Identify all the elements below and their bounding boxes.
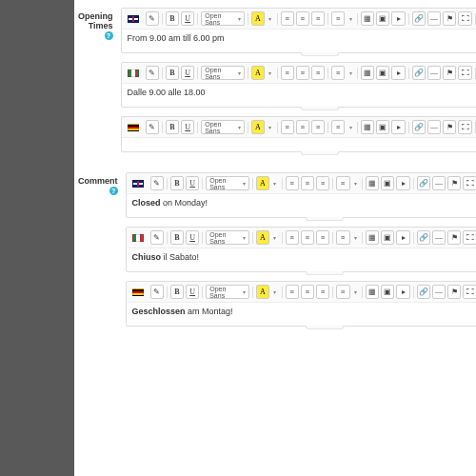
video-button[interactable]: ▸ (396, 285, 409, 299)
video-button[interactable]: ▸ (391, 11, 405, 26)
anchor-button[interactable]: ⚑ (447, 176, 461, 190)
link-button[interactable]: 🔗 (412, 66, 426, 80)
highlight-caret[interactable]: ▾ (271, 285, 279, 299)
editor-content[interactable]: Geschlossen am Montag! (127, 303, 476, 326)
dl-button[interactable]: ≡ (316, 176, 329, 190)
underline-button[interactable]: U (181, 120, 194, 134)
edit-source-button[interactable]: ✎ (146, 66, 159, 80)
ul-button[interactable]: ≡ (281, 66, 294, 80)
link-button[interactable]: 🔗 (412, 120, 426, 134)
underline-button[interactable]: U (181, 11, 194, 26)
resize-handle[interactable] (301, 52, 339, 56)
link-button[interactable]: 🔗 (417, 230, 430, 245)
resize-handle[interactable] (301, 151, 339, 155)
image-button[interactable]: ▣ (381, 285, 394, 299)
anchor-button[interactable]: ⚑ (447, 230, 461, 245)
highlight-button[interactable]: A (256, 285, 269, 299)
edit-source-button[interactable]: ✎ (146, 120, 159, 134)
hr-button[interactable]: — (432, 285, 446, 299)
bold-button[interactable]: B (170, 176, 184, 190)
table-button[interactable]: ▦ (361, 11, 374, 26)
align-caret[interactable]: ▾ (352, 176, 360, 190)
resize-handle[interactable] (306, 271, 344, 275)
table-button[interactable]: ▦ (366, 176, 379, 190)
align-button[interactable]: ≡ (331, 120, 345, 134)
edit-source-button[interactable]: ✎ (150, 230, 164, 245)
ol-button[interactable]: ≡ (296, 120, 309, 134)
dl-button[interactable]: ≡ (311, 120, 325, 134)
bold-button[interactable]: B (170, 230, 184, 245)
underline-button[interactable]: U (186, 176, 199, 190)
highlight-caret[interactable]: ▾ (267, 66, 274, 80)
align-button[interactable]: ≡ (336, 285, 349, 299)
font-select[interactable]: Open Sans ▾ (201, 120, 245, 134)
image-button[interactable]: ▣ (381, 176, 394, 190)
dl-button[interactable]: ≡ (316, 230, 329, 245)
hr-button[interactable]: — (432, 230, 446, 245)
language-flag-gb[interactable] (127, 15, 141, 23)
resize-handle[interactable] (301, 107, 339, 110)
anchor-button[interactable]: ⚑ (443, 11, 456, 26)
align-button[interactable]: ≡ (331, 66, 345, 80)
highlight-caret[interactable]: ▾ (267, 120, 274, 134)
ol-button[interactable]: ≡ (296, 11, 309, 26)
image-button[interactable]: ▣ (376, 120, 389, 134)
link-button[interactable]: 🔗 (417, 176, 430, 190)
fullscreen-button[interactable]: ⛶ (463, 176, 476, 190)
editor-content[interactable]: From 9.00 am till 6.00 pm (122, 30, 477, 52)
resize-handle[interactable] (306, 217, 344, 221)
align-caret[interactable]: ▾ (347, 120, 354, 134)
fullscreen-button[interactable]: ⛶ (463, 230, 476, 245)
video-button[interactable]: ▸ (396, 176, 409, 190)
editor-content[interactable]: Dalle 9.00 alle 18.00 (122, 84, 477, 107)
anchor-button[interactable]: ⚑ (447, 285, 461, 299)
align-caret[interactable]: ▾ (352, 285, 360, 299)
language-flag-it[interactable] (127, 69, 141, 77)
video-button[interactable]: ▸ (396, 230, 409, 245)
bold-button[interactable]: B (166, 120, 179, 134)
fullscreen-button[interactable]: ⛶ (463, 285, 476, 299)
resize-handle[interactable] (306, 326, 344, 329)
align-button[interactable]: ≡ (336, 230, 349, 245)
ol-button[interactable]: ≡ (301, 285, 314, 299)
table-button[interactable]: ▦ (366, 285, 379, 299)
hr-button[interactable]: — (432, 176, 446, 190)
video-button[interactable]: ▸ (391, 66, 405, 80)
align-button[interactable]: ≡ (331, 11, 345, 26)
language-flag-it[interactable] (131, 234, 146, 242)
highlight-caret[interactable]: ▾ (271, 230, 279, 245)
bold-button[interactable]: B (166, 11, 179, 26)
hr-button[interactable]: — (427, 66, 441, 80)
dl-button[interactable]: ≡ (311, 66, 325, 80)
highlight-button[interactable]: A (251, 11, 265, 26)
table-button[interactable]: ▦ (361, 66, 374, 80)
table-button[interactable]: ▦ (366, 230, 379, 245)
image-button[interactable]: ▣ (381, 230, 394, 245)
anchor-button[interactable]: ⚑ (443, 66, 456, 80)
help-icon[interactable]: ? (105, 31, 113, 40)
editor-content[interactable]: Chiuso il Sabato! (127, 248, 476, 271)
font-select[interactable]: Open Sans ▾ (201, 11, 245, 26)
language-flag-de[interactable] (127, 124, 141, 131)
highlight-caret[interactable]: ▾ (271, 176, 279, 190)
highlight-button[interactable]: A (256, 230, 269, 245)
underline-button[interactable]: U (181, 66, 194, 80)
edit-source-button[interactable]: ✎ (150, 285, 164, 299)
editor-content[interactable]: Closed on Monday! (127, 194, 476, 217)
fullscreen-button[interactable]: ⛶ (458, 120, 471, 134)
link-button[interactable]: 🔗 (412, 11, 426, 26)
video-button[interactable]: ▸ (391, 120, 405, 134)
ol-button[interactable]: ≡ (301, 176, 314, 190)
align-button[interactable]: ≡ (336, 176, 349, 190)
ul-button[interactable]: ≡ (286, 176, 299, 190)
underline-button[interactable]: U (186, 230, 199, 245)
image-button[interactable]: ▣ (376, 66, 389, 80)
edit-source-button[interactable]: ✎ (146, 11, 159, 26)
fullscreen-button[interactable]: ⛶ (458, 66, 471, 80)
fullscreen-button[interactable]: ⛶ (458, 11, 471, 26)
align-caret[interactable]: ▾ (347, 66, 354, 80)
table-button[interactable]: ▦ (361, 120, 374, 134)
editor-content[interactable] (122, 138, 477, 151)
anchor-button[interactable]: ⚑ (443, 120, 456, 134)
image-button[interactable]: ▣ (376, 11, 389, 26)
